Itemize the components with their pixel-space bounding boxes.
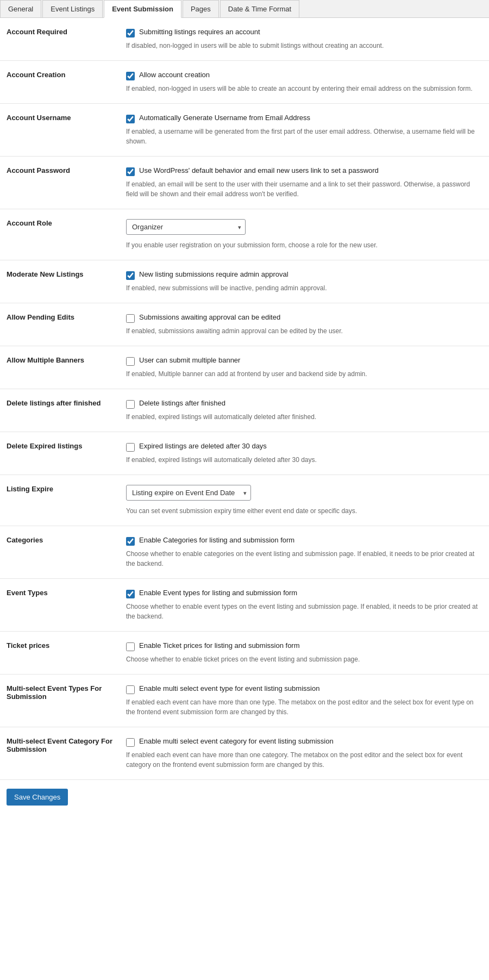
checkbox-label-allow-pending-edits: Submissions awaiting approval can be edi… xyxy=(139,313,280,321)
setting-row-categories: CategoriesEnable Categories for listing … xyxy=(0,526,489,579)
checkbox-label-delete-listings-after-finished: Delete listings after finished xyxy=(139,399,225,407)
setting-row-multi-select-event-types: Multi-select Event Types For SubmissionE… xyxy=(0,675,489,727)
setting-row-delete-expired-listings: Delete Expired listingsExpired listings … xyxy=(0,432,489,475)
setting-label-account-password: Account Password xyxy=(0,157,120,209)
checkbox-account-username[interactable] xyxy=(126,115,135,123)
select-account-role[interactable]: OrganizerSubscriberContributorAuthorEdit… xyxy=(126,219,246,235)
settings-table: Account RequiredSubmitting listings requ… xyxy=(0,18,489,780)
tab-event-submission[interactable]: Event Submission xyxy=(104,0,181,18)
setting-label-listing-expire: Listing Expire xyxy=(0,475,120,526)
setting-label-account-creation: Account Creation xyxy=(0,61,120,104)
setting-label-account-required: Account Required xyxy=(0,18,120,61)
setting-value-delete-listings-after-finished: Delete listings after finishedIf enabled… xyxy=(120,389,489,432)
select-wrapper-listing-expire: Listing expire on Event End DateSpecific… xyxy=(126,485,251,501)
setting-value-event-types: Enable Event types for listing and submi… xyxy=(120,579,489,632)
checkbox-delete-expired-listings[interactable] xyxy=(126,443,135,452)
setting-row-delete-listings-after-finished: Delete listings after finishedDelete lis… xyxy=(0,389,489,432)
checkbox-ticket-prices[interactable] xyxy=(126,642,135,651)
setting-label-account-username: Account Username xyxy=(0,104,120,157)
setting-description-account-role: If you enable user registration on your … xyxy=(126,240,482,250)
setting-description-allow-pending-edits: If enabled, submissions awaiting admin a… xyxy=(126,326,482,336)
setting-description-categories: Choose whether to enable categories on t… xyxy=(126,549,482,569)
checkbox-label-multi-select-event-category: Enable multi select event category for e… xyxy=(139,737,334,745)
select-listing-expire[interactable]: Listing expire on Event End DateSpecific… xyxy=(126,485,251,501)
setting-description-delete-listings-after-finished: If enabled, expired listings will automa… xyxy=(126,412,482,422)
setting-description-listing-expire: You can set event submission expiry time… xyxy=(126,506,482,516)
setting-row-account-creation: Account CreationAllow account creationIf… xyxy=(0,61,489,104)
setting-description-event-types: Choose whether to enable event types on … xyxy=(126,602,482,621)
setting-row-multi-select-event-category: Multi-select Event Category For Submissi… xyxy=(0,727,489,780)
setting-value-account-role: OrganizerSubscriberContributorAuthorEdit… xyxy=(120,209,489,260)
setting-value-delete-expired-listings: Expired listings are deleted after 30 da… xyxy=(120,432,489,475)
setting-row-allow-multiple-banners: Allow Multiple BannersUser can submit mu… xyxy=(0,346,489,389)
setting-row-account-password: Account PasswordUse WordPress' default b… xyxy=(0,157,489,209)
setting-row-account-role: Account RoleOrganizerSubscriberContribut… xyxy=(0,209,489,260)
checkbox-multi-select-event-types[interactable] xyxy=(126,685,135,694)
tab-event-listings[interactable]: Event Listings xyxy=(42,0,103,17)
save-section: Save Changes xyxy=(0,780,489,814)
checkbox-label-account-required: Submitting listings requires an account xyxy=(139,28,260,36)
setting-row-ticket-prices: Ticket pricesEnable Ticket prices for li… xyxy=(0,632,489,675)
setting-label-allow-multiple-banners: Allow Multiple Banners xyxy=(0,346,120,389)
checkbox-label-event-types: Enable Event types for listing and submi… xyxy=(139,589,297,597)
setting-description-account-password: If enabled, an email will be sent to the… xyxy=(126,179,482,199)
tab-pages[interactable]: Pages xyxy=(183,0,219,17)
setting-description-multi-select-event-category: If enabled each event can have more than… xyxy=(126,750,482,770)
save-changes-button[interactable]: Save Changes xyxy=(7,789,68,806)
setting-description-allow-multiple-banners: If enabled, Multiple banner can add at f… xyxy=(126,369,482,379)
checkbox-account-required[interactable] xyxy=(126,29,135,38)
checkbox-label-account-creation: Allow account creation xyxy=(139,71,210,79)
setting-value-account-password: Use WordPress' default behavior and emai… xyxy=(120,157,489,209)
setting-value-account-username: Automatically Generate Username from Ema… xyxy=(120,104,489,157)
setting-label-delete-expired-listings: Delete Expired listings xyxy=(0,432,120,475)
setting-description-account-username: If enabled, a username will be generated… xyxy=(126,127,482,146)
setting-row-moderate-new-listings: Moderate New ListingsNew listing submiss… xyxy=(0,260,489,303)
setting-label-categories: Categories xyxy=(0,526,120,579)
setting-label-delete-listings-after-finished: Delete listings after finished xyxy=(0,389,120,432)
setting-label-moderate-new-listings: Moderate New Listings xyxy=(0,260,120,303)
setting-value-multi-select-event-category: Enable multi select event category for e… xyxy=(120,727,489,780)
checkbox-label-allow-multiple-banners: User can submit multiple banner xyxy=(139,356,240,364)
checkbox-multi-select-event-category[interactable] xyxy=(126,738,135,747)
setting-value-ticket-prices: Enable Ticket prices for listing and sub… xyxy=(120,632,489,675)
setting-row-allow-pending-edits: Allow Pending EditsSubmissions awaiting … xyxy=(0,303,489,346)
setting-row-event-types: Event TypesEnable Event types for listin… xyxy=(0,579,489,632)
setting-label-account-role: Account Role xyxy=(0,209,120,260)
checkbox-event-types[interactable] xyxy=(126,590,135,598)
checkbox-delete-listings-after-finished[interactable] xyxy=(126,400,135,409)
setting-value-allow-pending-edits: Submissions awaiting approval can be edi… xyxy=(120,303,489,346)
checkbox-label-multi-select-event-types: Enable multi select event type for event… xyxy=(139,684,319,692)
setting-label-event-types: Event Types xyxy=(0,579,120,632)
setting-label-allow-pending-edits: Allow Pending Edits xyxy=(0,303,120,346)
checkbox-label-ticket-prices: Enable Ticket prices for listing and sub… xyxy=(139,641,300,650)
checkbox-label-account-username: Automatically Generate Username from Ema… xyxy=(139,114,310,122)
setting-description-moderate-new-listings: If enabled, new submissions will be inac… xyxy=(126,283,482,293)
checkbox-allow-pending-edits[interactable] xyxy=(126,314,135,323)
page-wrapper: GeneralEvent ListingsEvent SubmissionPag… xyxy=(0,0,489,980)
setting-description-delete-expired-listings: If enabled, expired listings will automa… xyxy=(126,455,482,465)
setting-row-account-required: Account RequiredSubmitting listings requ… xyxy=(0,18,489,61)
setting-row-account-username: Account UsernameAutomatically Generate U… xyxy=(0,104,489,157)
setting-label-multi-select-event-types: Multi-select Event Types For Submission xyxy=(0,675,120,727)
setting-description-account-creation: If enabled, non-logged in users will be … xyxy=(126,84,482,93)
setting-value-account-required: Submitting listings requires an accountI… xyxy=(120,18,489,61)
setting-row-listing-expire: Listing ExpireListing expire on Event En… xyxy=(0,475,489,526)
setting-value-moderate-new-listings: New listing submissions require admin ap… xyxy=(120,260,489,303)
checkbox-categories[interactable] xyxy=(126,537,135,546)
setting-value-multi-select-event-types: Enable multi select event type for event… xyxy=(120,675,489,727)
tab-date-and-time-format[interactable]: Date & Time Format xyxy=(220,0,299,17)
checkbox-label-account-password: Use WordPress' default behavior and emai… xyxy=(139,166,379,174)
setting-description-multi-select-event-types: If enabled each event can have more than… xyxy=(126,697,482,717)
setting-label-multi-select-event-category: Multi-select Event Category For Submissi… xyxy=(0,727,120,780)
tabs-bar: GeneralEvent ListingsEvent SubmissionPag… xyxy=(0,0,489,18)
checkbox-label-categories: Enable Categories for listing and submis… xyxy=(139,536,294,544)
select-wrapper-account-role: OrganizerSubscriberContributorAuthorEdit… xyxy=(126,219,246,235)
checkbox-account-creation[interactable] xyxy=(126,72,135,80)
setting-description-account-required: If disabled, non-logged in users will be… xyxy=(126,41,482,51)
setting-value-categories: Enable Categories for listing and submis… xyxy=(120,526,489,579)
checkbox-moderate-new-listings[interactable] xyxy=(126,271,135,280)
setting-description-ticket-prices: Choose whether to enable ticket prices o… xyxy=(126,654,482,664)
checkbox-account-password[interactable] xyxy=(126,167,135,176)
checkbox-allow-multiple-banners[interactable] xyxy=(126,357,135,366)
tab-general[interactable]: General xyxy=(0,0,41,17)
